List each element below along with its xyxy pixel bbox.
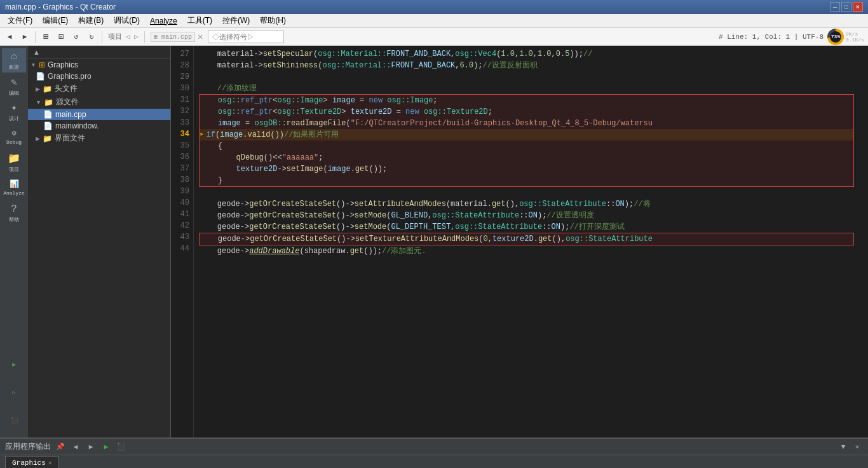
- ln-42: 42: [171, 220, 189, 231]
- tree-icon-headers: 📁: [43, 85, 52, 93]
- output-tab-graphics-label: Graphics: [12, 459, 46, 467]
- toolbar-btn1[interactable]: ⊞: [39, 30, 53, 44]
- tree-icon-ui: 📁: [43, 134, 52, 143]
- editor-scrollbar[interactable]: [859, 46, 868, 437]
- menu-edit[interactable]: 编辑(E): [37, 14, 73, 27]
- sidebar-label-design: 设计: [9, 115, 19, 122]
- toolbar-close-tab[interactable]: ✕: [198, 31, 203, 42]
- sidebar-run-btn[interactable]: ▶: [2, 352, 26, 376]
- tree-arrow-graphics: ▼: [31, 62, 36, 68]
- output-close-btn[interactable]: ✕: [851, 441, 863, 453]
- tree-item-graphics-pro[interactable]: 📄 Graphics.pro: [28, 71, 170, 82]
- close-button[interactable]: ✕: [853, 2, 863, 12]
- code-line-34: ➤if(image.valid())//如果图片可用: [200, 129, 853, 141]
- ln-31: 31: [171, 94, 189, 106]
- sidebar-icon-help[interactable]: ? 帮助: [2, 201, 26, 225]
- tree-icon-mainwindow: 📄: [43, 121, 53, 130]
- menu-debug[interactable]: 调试(D): [109, 14, 145, 27]
- code-line-36: qDebug()<<"aaaaaa";: [200, 152, 853, 163]
- output-btn-next[interactable]: ▶: [85, 441, 97, 453]
- menu-tools[interactable]: 工具(T): [182, 14, 217, 27]
- sidebar-icon-debug[interactable]: ⚙ Debug: [2, 125, 26, 149]
- tree-label-main-cpp: main.cpp: [55, 110, 86, 119]
- title-bar: main.cpp - Graphics - Qt Creator ─ □ ✕: [0, 0, 868, 14]
- main-layout: ⌂ 欢迎 ✎ 编辑 ✦ 设计 ⚙ Debug 📁 项目 📊 Analyze ? …: [0, 46, 868, 437]
- tree-item-sources[interactable]: ▼ 📁 源文件: [28, 95, 170, 109]
- toolbar-btn4[interactable]: ↻: [85, 30, 98, 44]
- perf-widget: 73% 0K/s 0.1K/s: [827, 28, 865, 46]
- output-btn-stop[interactable]: ⬛: [116, 441, 127, 453]
- tree-item-main-cpp[interactable]: 📄 main.cpp: [28, 109, 170, 120]
- tree-label-headers: 头文件: [55, 83, 78, 94]
- ln-33: 33: [171, 117, 189, 128]
- sidebar-debug-run-btn[interactable]: ▷: [2, 380, 26, 404]
- tree-label-graphics-pro: Graphics.pro: [48, 72, 92, 81]
- output-toolbar: 应用程序输出 📌 ◀ ▶ ▶ ⬛ ▼ ✕: [0, 439, 868, 455]
- code-line-44: geode->addDrawable(shapedraw.get());//添加…: [199, 245, 854, 257]
- code-line-27: material->setSpecular(osg::Material::FRO…: [199, 48, 854, 60]
- output-btn-run[interactable]: ▶: [100, 441, 112, 453]
- main-content: 27 28 29 30 31 32 33 34 35 36 37 38 39 4…: [171, 46, 868, 437]
- code-line-42: geode->getOrCreateStateSet()->setMode(GL…: [199, 221, 854, 233]
- toolbar-snap[interactable]: ⊞ main.cpp: [151, 32, 195, 42]
- menu-file[interactable]: 文件(F): [3, 14, 37, 27]
- menu-help[interactable]: 帮助(H): [255, 14, 291, 27]
- bottom-section: 应用程序输出 📌 ◀ ▶ ▶ ⬛ ▼ ✕ Graphics ✕ \Graphic…: [0, 437, 868, 468]
- sidebar-stop-btn[interactable]: ⬛: [2, 408, 26, 432]
- ln-28: 28: [171, 60, 189, 71]
- output-tab-graphics-close[interactable]: ✕: [48, 459, 52, 467]
- toolbar-back[interactable]: ◀: [3, 30, 17, 44]
- tree-label-sources: 源文件: [56, 97, 79, 107]
- maximize-button[interactable]: □: [841, 2, 851, 12]
- output-tab-graphics[interactable]: Graphics ✕: [5, 456, 59, 468]
- sidebar-icon-analyze[interactable]: 📊 Analyze: [2, 176, 26, 200]
- sidebar-label-project: 项目: [9, 166, 19, 173]
- output-tabs: Graphics ✕: [0, 455, 868, 468]
- ln-29: 29: [171, 71, 189, 83]
- output-section-label: 应用程序输出: [5, 441, 51, 452]
- menu-analyze[interactable]: Analyze: [145, 15, 182, 27]
- toolbar-btn3[interactable]: ↺: [69, 30, 83, 44]
- toolbar-forward[interactable]: ▶: [18, 30, 32, 44]
- toolbar-sep2: [102, 31, 102, 43]
- tree-item-mainwindow[interactable]: 📄 mainwindow.: [28, 120, 170, 132]
- ln-27: 27: [171, 48, 189, 60]
- code-line-29: [199, 71, 854, 83]
- sidebar-label-welcome: 欢迎: [9, 64, 19, 71]
- sidebar-icon-design[interactable]: ✦ 设计: [2, 99, 26, 123]
- ln-38: 38: [171, 174, 189, 186]
- tree-label-graphics: Graphics: [48, 60, 78, 69]
- line-indicator: # Line: 1, Col: 1 | UTF-8: [719, 33, 824, 41]
- sidebar-label-debug: Debug: [6, 139, 22, 145]
- tree-item-ui[interactable]: ▶ 📁 界面文件: [28, 132, 170, 145]
- tree-arrow-ui: ▶: [36, 135, 40, 142]
- help-icon: ?: [11, 203, 17, 215]
- sidebar-icon-project[interactable]: 📁 项目: [2, 150, 26, 174]
- menu-controls[interactable]: 控件(W): [217, 14, 255, 27]
- sidebar-label-edit: 编辑: [9, 90, 19, 97]
- file-tree: ▲ ▼ ⊞ Graphics 📄 Graphics.pro ▶ 📁 头文件 ▼ …: [28, 46, 171, 437]
- code-line-32: osg::ref_ptr<osg::Texture2D> texture2D =…: [200, 106, 853, 118]
- debug-icon: ⚙: [11, 128, 16, 138]
- sidebar-label-analyze: Analyze: [3, 190, 25, 196]
- tree-item-headers[interactable]: ▶ 📁 头文件: [28, 82, 170, 95]
- sidebar-icon-welcome[interactable]: ⌂ 欢迎: [2, 48, 26, 72]
- toolbar-btn2[interactable]: ⊡: [54, 30, 68, 44]
- output-collapse-btn[interactable]: ▼: [837, 441, 849, 453]
- code-line-30: //添加纹理: [199, 83, 854, 94]
- code-line-41: geode->getOrCreateStateSet()->setMode(GL…: [199, 210, 854, 221]
- output-btn-pin[interactable]: 📌: [55, 441, 66, 453]
- menu-build[interactable]: 构建(B): [73, 14, 109, 27]
- perf-speed1: 0K/s: [846, 31, 864, 37]
- minimize-button[interactable]: ─: [830, 2, 840, 12]
- output-btn-prev[interactable]: ◀: [70, 441, 81, 453]
- perf-speed2: 0.1K/s: [846, 37, 864, 43]
- ln-35: 35: [171, 140, 189, 151]
- code-lines[interactable]: material->setSpecular(osg::Material::FRO…: [194, 46, 859, 437]
- ln-30: 30: [171, 83, 189, 94]
- tree-item-graphics-root[interactable]: ▼ ⊞ Graphics: [28, 59, 170, 71]
- highlight-box-1: osg::ref_ptr<osg::Image> image = new osg…: [199, 94, 854, 187]
- sidebar-icon-edit[interactable]: ✎ 编辑: [2, 74, 26, 98]
- design-icon: ✦: [11, 101, 17, 114]
- symbol-input[interactable]: [208, 31, 284, 43]
